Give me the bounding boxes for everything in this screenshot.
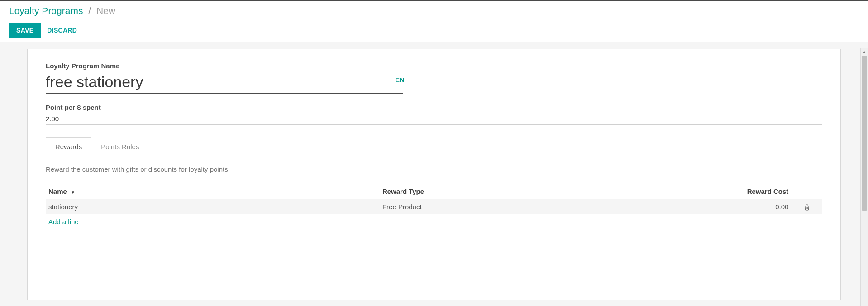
- program-name-input[interactable]: [46, 71, 403, 94]
- add-line-link[interactable]: Add a line: [48, 218, 79, 226]
- points-per-spent-input[interactable]: [46, 113, 822, 125]
- breadcrumb-root[interactable]: Loyalty Programs: [9, 5, 83, 16]
- name-label: Loyalty Program Name: [46, 62, 822, 70]
- breadcrumb-current: New: [96, 5, 115, 16]
- tab-rewards[interactable]: Rewards: [46, 137, 91, 155]
- row-type[interactable]: Free Product: [380, 199, 714, 215]
- table-row[interactable]: stationery Free Product 0.00: [46, 199, 822, 215]
- trash-icon[interactable]: [804, 203, 810, 211]
- tab-points-rules[interactable]: Points Rules: [91, 137, 148, 155]
- scrollbar-thumb[interactable]: [862, 56, 867, 211]
- breadcrumb: Loyalty Programs / New: [9, 5, 859, 16]
- save-button[interactable]: SAVE: [9, 23, 41, 38]
- scroll-up-icon[interactable]: ▲: [861, 48, 868, 56]
- language-badge[interactable]: EN: [395, 76, 405, 84]
- col-header-name-label: Name: [48, 188, 67, 195]
- row-cost[interactable]: 0.00: [714, 199, 792, 215]
- points-per-spent-label: Point per $ spent: [46, 104, 822, 111]
- breadcrumb-separator: /: [88, 5, 91, 16]
- row-name[interactable]: stationery: [46, 199, 380, 215]
- rewards-description: Reward the customer with gifts or discou…: [46, 165, 822, 173]
- scrollbar[interactable]: ▲: [860, 48, 868, 300]
- sort-desc-icon: ▼: [71, 190, 75, 195]
- rewards-table: Name ▼ Reward Type Reward Cost stationer…: [46, 184, 822, 229]
- col-header-type[interactable]: Reward Type: [380, 184, 714, 199]
- col-header-name[interactable]: Name ▼: [46, 184, 380, 199]
- col-header-cost[interactable]: Reward Cost: [714, 184, 792, 199]
- discard-button[interactable]: DISCARD: [47, 27, 77, 34]
